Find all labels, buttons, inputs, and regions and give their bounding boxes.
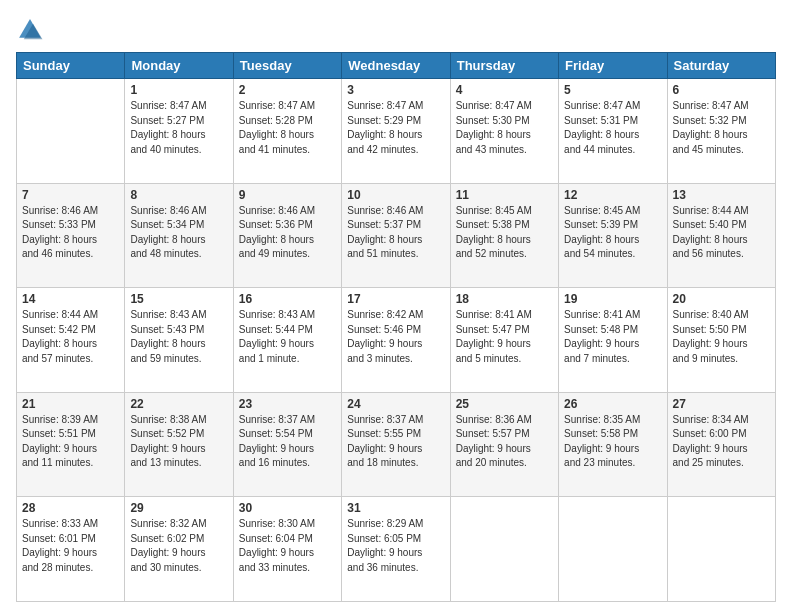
calendar-cell: 13Sunrise: 8:44 AMSunset: 5:40 PMDayligh… (667, 183, 775, 288)
day-number: 20 (673, 292, 770, 306)
day-info: Sunrise: 8:41 AMSunset: 5:48 PMDaylight:… (564, 308, 661, 366)
calendar-cell: 7Sunrise: 8:46 AMSunset: 5:33 PMDaylight… (17, 183, 125, 288)
day-number: 28 (22, 501, 119, 515)
calendar-cell: 28Sunrise: 8:33 AMSunset: 6:01 PMDayligh… (17, 497, 125, 602)
day-number: 7 (22, 188, 119, 202)
day-number: 6 (673, 83, 770, 97)
day-number: 29 (130, 501, 227, 515)
calendar-cell: 12Sunrise: 8:45 AMSunset: 5:39 PMDayligh… (559, 183, 667, 288)
day-number: 5 (564, 83, 661, 97)
day-number: 16 (239, 292, 336, 306)
day-info: Sunrise: 8:47 AMSunset: 5:28 PMDaylight:… (239, 99, 336, 157)
day-info: Sunrise: 8:40 AMSunset: 5:50 PMDaylight:… (673, 308, 770, 366)
calendar-cell: 16Sunrise: 8:43 AMSunset: 5:44 PMDayligh… (233, 288, 341, 393)
calendar-cell: 20Sunrise: 8:40 AMSunset: 5:50 PMDayligh… (667, 288, 775, 393)
day-info: Sunrise: 8:33 AMSunset: 6:01 PMDaylight:… (22, 517, 119, 575)
day-number: 15 (130, 292, 227, 306)
day-number: 18 (456, 292, 553, 306)
page: SundayMondayTuesdayWednesdayThursdayFrid… (0, 0, 792, 612)
day-number: 25 (456, 397, 553, 411)
day-header-wednesday: Wednesday (342, 53, 450, 79)
calendar-cell: 4Sunrise: 8:47 AMSunset: 5:30 PMDaylight… (450, 79, 558, 184)
calendar-cell: 26Sunrise: 8:35 AMSunset: 5:58 PMDayligh… (559, 392, 667, 497)
day-number: 13 (673, 188, 770, 202)
day-info: Sunrise: 8:34 AMSunset: 6:00 PMDaylight:… (673, 413, 770, 471)
day-info: Sunrise: 8:43 AMSunset: 5:43 PMDaylight:… (130, 308, 227, 366)
day-header-friday: Friday (559, 53, 667, 79)
day-info: Sunrise: 8:36 AMSunset: 5:57 PMDaylight:… (456, 413, 553, 471)
day-number: 14 (22, 292, 119, 306)
day-info: Sunrise: 8:32 AMSunset: 6:02 PMDaylight:… (130, 517, 227, 575)
logo (16, 16, 48, 44)
logo-icon (16, 16, 44, 44)
day-info: Sunrise: 8:44 AMSunset: 5:40 PMDaylight:… (673, 204, 770, 262)
calendar-cell (667, 497, 775, 602)
calendar-cell: 22Sunrise: 8:38 AMSunset: 5:52 PMDayligh… (125, 392, 233, 497)
calendar-cell: 23Sunrise: 8:37 AMSunset: 5:54 PMDayligh… (233, 392, 341, 497)
day-header-sunday: Sunday (17, 53, 125, 79)
calendar-cell (559, 497, 667, 602)
calendar-cell: 5Sunrise: 8:47 AMSunset: 5:31 PMDaylight… (559, 79, 667, 184)
day-number: 27 (673, 397, 770, 411)
day-info: Sunrise: 8:46 AMSunset: 5:37 PMDaylight:… (347, 204, 444, 262)
day-info: Sunrise: 8:38 AMSunset: 5:52 PMDaylight:… (130, 413, 227, 471)
day-info: Sunrise: 8:46 AMSunset: 5:34 PMDaylight:… (130, 204, 227, 262)
day-number: 2 (239, 83, 336, 97)
calendar-cell: 14Sunrise: 8:44 AMSunset: 5:42 PMDayligh… (17, 288, 125, 393)
calendar-cell: 17Sunrise: 8:42 AMSunset: 5:46 PMDayligh… (342, 288, 450, 393)
calendar-body: 1Sunrise: 8:47 AMSunset: 5:27 PMDaylight… (17, 79, 776, 602)
day-number: 4 (456, 83, 553, 97)
day-info: Sunrise: 8:30 AMSunset: 6:04 PMDaylight:… (239, 517, 336, 575)
day-number: 21 (22, 397, 119, 411)
day-header-tuesday: Tuesday (233, 53, 341, 79)
calendar-cell: 9Sunrise: 8:46 AMSunset: 5:36 PMDaylight… (233, 183, 341, 288)
day-header-saturday: Saturday (667, 53, 775, 79)
day-info: Sunrise: 8:44 AMSunset: 5:42 PMDaylight:… (22, 308, 119, 366)
calendar-cell: 24Sunrise: 8:37 AMSunset: 5:55 PMDayligh… (342, 392, 450, 497)
day-number: 9 (239, 188, 336, 202)
calendar-week-3: 14Sunrise: 8:44 AMSunset: 5:42 PMDayligh… (17, 288, 776, 393)
day-info: Sunrise: 8:39 AMSunset: 5:51 PMDaylight:… (22, 413, 119, 471)
calendar-cell: 1Sunrise: 8:47 AMSunset: 5:27 PMDaylight… (125, 79, 233, 184)
day-number: 11 (456, 188, 553, 202)
calendar-cell: 2Sunrise: 8:47 AMSunset: 5:28 PMDaylight… (233, 79, 341, 184)
day-number: 1 (130, 83, 227, 97)
calendar-cell: 25Sunrise: 8:36 AMSunset: 5:57 PMDayligh… (450, 392, 558, 497)
day-info: Sunrise: 8:47 AMSunset: 5:31 PMDaylight:… (564, 99, 661, 157)
day-header-monday: Monday (125, 53, 233, 79)
day-number: 30 (239, 501, 336, 515)
day-info: Sunrise: 8:47 AMSunset: 5:30 PMDaylight:… (456, 99, 553, 157)
day-number: 22 (130, 397, 227, 411)
day-info: Sunrise: 8:45 AMSunset: 5:38 PMDaylight:… (456, 204, 553, 262)
header (16, 16, 776, 44)
day-number: 23 (239, 397, 336, 411)
day-number: 3 (347, 83, 444, 97)
day-info: Sunrise: 8:45 AMSunset: 5:39 PMDaylight:… (564, 204, 661, 262)
calendar-cell: 8Sunrise: 8:46 AMSunset: 5:34 PMDaylight… (125, 183, 233, 288)
day-info: Sunrise: 8:47 AMSunset: 5:32 PMDaylight:… (673, 99, 770, 157)
day-number: 12 (564, 188, 661, 202)
calendar-cell: 21Sunrise: 8:39 AMSunset: 5:51 PMDayligh… (17, 392, 125, 497)
day-info: Sunrise: 8:46 AMSunset: 5:33 PMDaylight:… (22, 204, 119, 262)
calendar-cell: 30Sunrise: 8:30 AMSunset: 6:04 PMDayligh… (233, 497, 341, 602)
calendar-cell: 11Sunrise: 8:45 AMSunset: 5:38 PMDayligh… (450, 183, 558, 288)
calendar-header-row: SundayMondayTuesdayWednesdayThursdayFrid… (17, 53, 776, 79)
day-info: Sunrise: 8:29 AMSunset: 6:05 PMDaylight:… (347, 517, 444, 575)
day-number: 19 (564, 292, 661, 306)
day-number: 24 (347, 397, 444, 411)
calendar-week-4: 21Sunrise: 8:39 AMSunset: 5:51 PMDayligh… (17, 392, 776, 497)
calendar-cell: 6Sunrise: 8:47 AMSunset: 5:32 PMDaylight… (667, 79, 775, 184)
calendar-cell: 3Sunrise: 8:47 AMSunset: 5:29 PMDaylight… (342, 79, 450, 184)
day-number: 10 (347, 188, 444, 202)
calendar-cell: 29Sunrise: 8:32 AMSunset: 6:02 PMDayligh… (125, 497, 233, 602)
calendar-table: SundayMondayTuesdayWednesdayThursdayFrid… (16, 52, 776, 602)
calendar-week-5: 28Sunrise: 8:33 AMSunset: 6:01 PMDayligh… (17, 497, 776, 602)
calendar-cell: 18Sunrise: 8:41 AMSunset: 5:47 PMDayligh… (450, 288, 558, 393)
day-info: Sunrise: 8:47 AMSunset: 5:29 PMDaylight:… (347, 99, 444, 157)
day-info: Sunrise: 8:41 AMSunset: 5:47 PMDaylight:… (456, 308, 553, 366)
day-number: 31 (347, 501, 444, 515)
calendar-cell: 27Sunrise: 8:34 AMSunset: 6:00 PMDayligh… (667, 392, 775, 497)
calendar-cell: 31Sunrise: 8:29 AMSunset: 6:05 PMDayligh… (342, 497, 450, 602)
calendar-week-2: 7Sunrise: 8:46 AMSunset: 5:33 PMDaylight… (17, 183, 776, 288)
day-info: Sunrise: 8:43 AMSunset: 5:44 PMDaylight:… (239, 308, 336, 366)
